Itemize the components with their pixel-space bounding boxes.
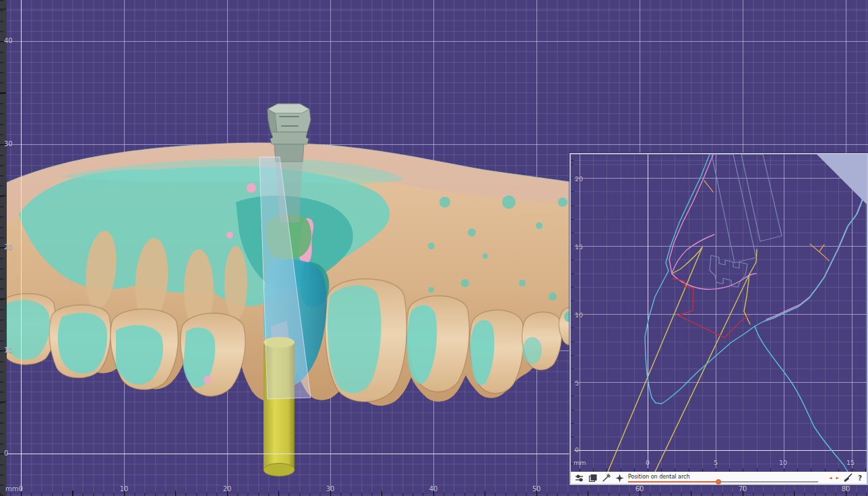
ruler-unit-label: mm [5,485,18,493]
section-toolbar: Position on dental arch ◄ ► ? [571,472,867,484]
h-ruler-label: 10 [120,485,129,493]
v-ruler-label: 40 [4,37,13,44]
cross-section-panel[interactable]: 20 15 10 5 0 mm 0 5 10 15 [569,153,868,485]
center-view-button[interactable] [615,473,624,483]
v-ruler-label: 20 [4,243,13,251]
antirotation-outline [710,255,747,287]
slider-fill [628,481,718,483]
h-ruler-label: 50 [532,485,541,493]
dental-model[interactable] [0,104,578,476]
nerve-branch-outline [704,181,829,261]
section-h-label: 10 [779,459,787,466]
next-arrow-icon[interactable]: ► [836,472,840,484]
sliders-icon [575,474,584,483]
scanbody-top-facet [268,104,309,113]
arch-position-slider[interactable] [628,481,818,483]
v-ruler-label: 30 [4,140,13,148]
scanbody-outline [710,154,782,287]
h-ruler-label: 70 [739,485,747,493]
section-v-label: 15 [575,243,583,251]
measure-button[interactable] [601,473,611,483]
section-v-label: 0 [575,446,579,454]
h-ruler-label: 0 [19,485,23,493]
panel-corner-resize-handle[interactable] [817,154,867,204]
prev-arrow-icon[interactable]: ◄ [829,472,832,484]
grid-axis-x0 [21,0,22,496]
section-h-label: 0 [646,459,650,466]
section-settings-button[interactable] [574,473,584,483]
help-button[interactable]: ? [857,474,863,482]
h-ruler-label: 30 [326,485,335,493]
h-ruler-label: 60 [636,485,644,493]
pipette-icon [602,474,611,483]
h-ruler-label: 20 [223,485,232,493]
star-icon [615,474,624,483]
section-v-label: 10 [575,311,583,319]
application-window: 40 30 20 10 0 mm 0 10 20 30 40 50 60 70 … [0,0,868,496]
copy-view-button[interactable] [588,473,597,483]
v-ruler-label: 0 [4,450,8,457]
slider-handle[interactable] [716,479,721,485]
section-h-label: 5 [714,459,718,466]
section-v-ruler-ticks [571,154,574,472]
layers-icon [588,474,597,483]
v-ruler-label: 10 [4,346,13,354]
drill-axis-lines [608,247,757,472]
brush-icon [843,473,852,483]
scanbody-ring [270,132,309,144]
slider-label: Position on dental arch [628,474,825,480]
section-unit-label: mm [574,459,586,466]
section-v-label: 5 [575,379,579,387]
section-v-label: 20 [575,175,583,183]
h-ruler-label: 40 [429,485,438,493]
h-ruler-label: 80 [842,485,850,493]
section-h-label: 15 [846,459,855,466]
cross-section-view[interactable]: 20 15 10 5 0 mm 0 5 10 15 [571,154,867,472]
clean-view-button[interactable] [843,473,852,483]
arch-position-control: Position on dental arch [628,474,825,483]
